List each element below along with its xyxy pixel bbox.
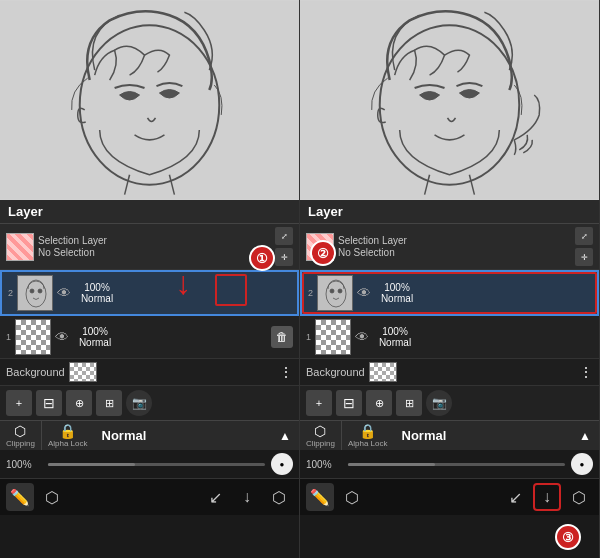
bottom-nav-left: ✏️ ⬡ ↙ ↓ ⬡: [0, 478, 299, 515]
menu-icon-right[interactable]: ⬡: [565, 483, 593, 511]
zoom-circle-right[interactable]: ●: [571, 453, 593, 475]
pen-tool-icon-right[interactable]: ✏️: [306, 483, 334, 511]
layer-panel-right: Layer Selection Layer No Selection ⤢ ✛ 2: [300, 200, 599, 558]
layer-num-1-left: 1: [6, 332, 11, 342]
zoom-slider-left[interactable]: [48, 463, 265, 466]
alpha-lock-btn-right[interactable]: 🔒 Alpha Lock: [342, 421, 394, 450]
alpha-lock-icon-left: 🔒: [59, 423, 76, 439]
mode-arrow-left[interactable]: ▲: [279, 429, 291, 443]
selection-layer-thumb-right: [306, 233, 334, 261]
layer-eye-1-right[interactable]: 👁: [355, 329, 369, 345]
copy-btn-left[interactable]: ⊕: [66, 390, 92, 416]
move-icon-right[interactable]: ✛: [575, 248, 593, 266]
down-icon-right[interactable]: ↓: [533, 483, 561, 511]
menu-icon-left[interactable]: ⬡: [265, 483, 293, 511]
layer-thumb-1-left: [15, 319, 51, 355]
delete-layer-btn-left[interactable]: 🗑: [271, 326, 293, 348]
zoom-slider-right[interactable]: [348, 463, 565, 466]
add-layer-btn-right[interactable]: +: [306, 390, 332, 416]
opacity-mode-1-right: 100% Normal: [373, 326, 417, 348]
layer-eye-1-left[interactable]: 👁: [55, 329, 69, 345]
layer-opacity-2-left: 100%: [84, 282, 110, 293]
zoom-slider-fill-right: [348, 463, 435, 466]
svg-rect-0: [0, 0, 299, 199]
layer-row-2-right[interactable]: 2 👁 100%: [300, 270, 599, 316]
shape-icon-right[interactable]: ⬡: [338, 483, 366, 511]
bg-menu-left[interactable]: ⋮: [279, 364, 293, 380]
mode-label-left: Normal: [102, 428, 147, 443]
mode-center-left: Normal ▲: [94, 428, 300, 443]
layer-opacity-1-left: 100%: [82, 326, 108, 337]
shape-icon-left[interactable]: ⬡: [38, 483, 66, 511]
layer-panel-body-right: Selection Layer No Selection ⤢ ✛ 2: [300, 224, 599, 558]
camera-btn-left[interactable]: 📷: [126, 390, 152, 416]
mode-label-right: Normal: [402, 428, 447, 443]
zoom-slider-fill-left: [48, 463, 135, 466]
undo-icon-left[interactable]: ↙: [201, 483, 229, 511]
layer-header-label-left: Layer: [8, 204, 43, 219]
layer-panel-left: Layer Selection Layer No Selection ⤢ ✛ 2: [0, 200, 299, 558]
merge-btn-right[interactable]: ⊟: [336, 390, 362, 416]
layer-row-1-left[interactable]: 1 👁 100% Normal 🗑: [0, 316, 299, 359]
opacity-mode-1-left: 100% Normal: [73, 326, 117, 348]
flatten-btn-right[interactable]: ⊞: [396, 390, 422, 416]
clipping-btn-right[interactable]: ⬡ Clipping: [300, 421, 342, 450]
transform-icon-right[interactable]: ⤢: [575, 227, 593, 245]
selection-layer-thumb-left: [6, 233, 34, 261]
svg-point-10: [330, 289, 334, 293]
selection-layer-row-left: Selection Layer No Selection ⤢ ✛: [0, 224, 299, 270]
bg-thumb-left: [69, 362, 97, 382]
bg-menu-right[interactable]: ⋮: [579, 364, 593, 380]
selection-layer-row-right: Selection Layer No Selection ⤢ ✛: [300, 224, 599, 270]
bg-row-right: Background ⋮: [300, 359, 599, 386]
opacity-mode-2-left: 100% Normal: [75, 282, 119, 304]
zoom-pct-left: 100%: [6, 459, 42, 470]
sketch-area-left: [0, 0, 299, 200]
layer-num-2-right: 2: [308, 288, 313, 298]
layer-eye-2-right[interactable]: 👁: [357, 285, 371, 301]
layer-num-1-right: 1: [306, 332, 311, 342]
clipping-label-right: Clipping: [306, 439, 335, 448]
no-selection-label-right: No Selection: [338, 247, 407, 259]
selection-layer-label-left: Selection Layer: [38, 235, 107, 247]
down-icon-left[interactable]: ↓: [233, 483, 261, 511]
zoom-circle-left[interactable]: ●: [271, 453, 293, 475]
layer-row-1-right[interactable]: 1 👁 100% Normal: [300, 316, 599, 359]
layer-side-icons-right: ⤢ ✛: [575, 227, 593, 266]
toolbar-row1-left: + ⊟ ⊕ ⊞ 📷: [0, 386, 299, 420]
move-icon-left[interactable]: ✛: [275, 248, 293, 266]
undo-icon-right[interactable]: ↙: [501, 483, 529, 511]
mode-arrow-right[interactable]: ▲: [579, 429, 591, 443]
layer-mode-1-right: Normal: [379, 337, 411, 348]
panel-left: Layer Selection Layer No Selection ⤢ ✛ 2: [0, 0, 300, 558]
layer-panel-body-left: Selection Layer No Selection ⤢ ✛ 2: [0, 224, 299, 558]
layer-side-icons-left: ⤢ ✛: [275, 227, 293, 266]
pen-tool-icon-left[interactable]: ✏️: [6, 483, 34, 511]
layer-opacity-1-right: 100%: [382, 326, 408, 337]
no-selection-label-left: No Selection: [38, 247, 107, 259]
copy-btn-right[interactable]: ⊕: [366, 390, 392, 416]
alpha-lock-btn-left[interactable]: 🔒 Alpha Lock: [42, 421, 94, 450]
flatten-btn-left[interactable]: ⊞: [96, 390, 122, 416]
layer-row-2-left[interactable]: 2 👁 100%: [0, 270, 299, 316]
sketch-area-right: [300, 0, 599, 200]
mode-row-left: ⬡ Clipping 🔒 Alpha Lock Normal ▲: [0, 420, 299, 450]
clipping-icon-left: ⬡: [14, 423, 26, 439]
svg-point-5: [38, 289, 42, 293]
clipping-btn-left[interactable]: ⬡ Clipping: [0, 421, 42, 450]
layer-opacity-2-right: 100%: [384, 282, 410, 293]
layer-thumb-2-left: [17, 275, 53, 311]
camera-btn-right[interactable]: 📷: [426, 390, 452, 416]
layer-mode-2-left: Normal: [81, 293, 113, 304]
mode-row-right: ⬡ Clipping 🔒 Alpha Lock Normal ▲: [300, 420, 599, 450]
zoom-row-left: 100% ●: [0, 450, 299, 478]
transform-icon-left[interactable]: ⤢: [275, 227, 293, 245]
merge-btn-left[interactable]: ⊟: [36, 390, 62, 416]
layer-thumb-2-right: [317, 275, 353, 311]
add-layer-btn-left[interactable]: +: [6, 390, 32, 416]
svg-point-4: [30, 289, 34, 293]
layer-eye-2-left[interactable]: 👁: [57, 285, 71, 301]
red-highlight-layer2-left: [215, 274, 247, 306]
bg-row-left: Background ⋮: [0, 359, 299, 386]
clipping-icon-right: ⬡: [314, 423, 326, 439]
